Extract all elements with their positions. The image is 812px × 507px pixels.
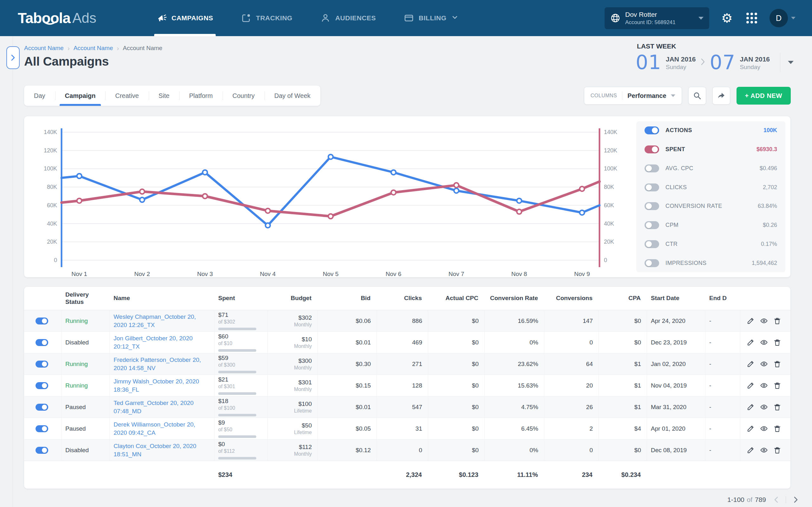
edit-button[interactable]	[747, 425, 755, 433]
delete-button[interactable]	[773, 317, 781, 325]
delete-button[interactable]	[773, 446, 781, 454]
share-button[interactable]	[712, 87, 730, 105]
campaign-name-link[interactable]: Jimmy Walsh_October 20, 2020 18:36_FL	[113, 377, 208, 393]
campaign-toggle[interactable]	[36, 360, 48, 368]
campaign-name-link[interactable]: Ted Garrett_October 20, 2020 07:48_MD	[113, 399, 208, 415]
col-header-cpa[interactable]: CPA	[599, 295, 647, 302]
breadcrumb-link[interactable]: Account Name	[73, 45, 113, 52]
campaign-name-link[interactable]: Frederick Patterson_October 20, 2020 14:…	[113, 356, 208, 372]
svg-text:Nov 6: Nov 6	[386, 271, 402, 277]
sidebar-expand-button[interactable]	[6, 46, 20, 69]
tab-platform[interactable]: Platform	[179, 86, 222, 106]
preview-button[interactable]	[760, 446, 768, 454]
preview-button[interactable]	[760, 338, 768, 346]
metric-toggle[interactable]	[645, 183, 659, 191]
metric-toggle[interactable]	[645, 146, 659, 153]
table-row: RunningFrederick Patterson_October 20, 2…	[24, 353, 791, 375]
date-range-control[interactable]: 01 JAN 2016 Sunday 07 JAN 2016 Sunday	[636, 53, 794, 72]
settings-button[interactable]: ⚙	[720, 11, 734, 25]
dimension-tabs: DayCampaignCreativeSitePlatformCountryDa…	[24, 86, 320, 106]
svg-text:Nov 8: Nov 8	[511, 271, 527, 277]
conversion-rate-cell: 4.75%	[485, 396, 544, 418]
delete-button[interactable]	[773, 360, 781, 368]
delete-button[interactable]	[773, 338, 781, 346]
tab-day[interactable]: Day	[24, 86, 55, 106]
nav-item-tracking[interactable]: TRACKING	[241, 0, 293, 36]
campaign-name-link[interactable]: Clayton Cox_October 20, 2020 18:51_MN	[113, 442, 208, 458]
col-header-name[interactable]: Name	[110, 295, 214, 302]
preview-button[interactable]	[760, 382, 768, 389]
campaign-name-link[interactable]: Derek Williamson_October 20, 2020 09:42_…	[113, 420, 208, 436]
taboola-logo[interactable]: Taboola Ads	[18, 0, 96, 36]
col-header-clicks[interactable]: Clicks	[377, 295, 428, 302]
user-menu[interactable]: D	[769, 9, 796, 27]
campaign-toggle[interactable]	[36, 404, 48, 411]
edit-button[interactable]	[747, 446, 755, 454]
edit-button[interactable]	[747, 317, 755, 325]
metric-toggle[interactable]	[645, 240, 659, 248]
actual-cpc-cell: $0	[428, 332, 485, 353]
col-header-budget[interactable]: Budget	[268, 295, 318, 302]
controls-row: DayCampaignCreativeSitePlatformCountryDa…	[24, 86, 791, 106]
col-header-conversions[interactable]: Conversions	[544, 295, 599, 302]
columns-selector[interactable]: COLUMNS Performance	[584, 87, 682, 105]
next-page-button[interactable]	[791, 495, 801, 504]
breadcrumb-link[interactable]: Account Name	[24, 45, 64, 52]
edit-button[interactable]	[747, 360, 755, 368]
trash-icon	[773, 382, 781, 389]
col-header-actual-cpc[interactable]: Actual CPC	[428, 295, 485, 302]
metric-toggle[interactable]	[645, 164, 659, 172]
col-header-delivery-status[interactable]: Delivery Status	[61, 291, 110, 306]
tab-country[interactable]: Country	[223, 86, 264, 106]
delete-button[interactable]	[773, 425, 781, 433]
tab-day-of-week[interactable]: Day of Week	[264, 86, 320, 106]
delete-button[interactable]	[773, 382, 781, 389]
metric-value: 100K	[763, 127, 777, 134]
metric-toggle[interactable]	[645, 259, 659, 267]
edit-button[interactable]	[747, 338, 755, 346]
tab-creative[interactable]: Creative	[105, 86, 148, 106]
metric-toggle[interactable]	[645, 126, 659, 134]
trash-icon	[773, 425, 781, 433]
tab-campaign[interactable]: Campaign	[55, 86, 106, 106]
search-button[interactable]	[688, 87, 706, 105]
avatar: D	[769, 9, 788, 27]
nav-item-campaigns[interactable]: CAMPAIGNS	[157, 0, 213, 36]
metric-label: IMPRESSIONS	[665, 260, 706, 267]
spent-cell: $60of $10	[214, 332, 268, 353]
nav-item-audiences[interactable]: AUDIENCES	[320, 0, 376, 36]
campaign-toggle[interactable]	[36, 447, 48, 454]
col-header-conversion-rate[interactable]: Conversion Rate	[485, 295, 544, 302]
edit-button[interactable]	[747, 382, 755, 389]
account-selector[interactable]: Dov Rotter Account ID: 5689241	[605, 7, 709, 29]
col-header-end-d[interactable]: End D	[705, 295, 740, 302]
apps-button[interactable]	[745, 11, 759, 25]
campaign-toggle[interactable]	[36, 339, 48, 346]
svg-text:Nov 3: Nov 3	[197, 271, 213, 277]
campaign-toggle[interactable]	[36, 318, 48, 325]
delete-button[interactable]	[773, 403, 781, 411]
campaign-toggle[interactable]	[36, 382, 48, 389]
campaign-name-link[interactable]: Wesley Chapman_October 20, 2020 12:26_TX	[113, 313, 208, 329]
nav-item-billing[interactable]: BILLING	[404, 0, 458, 36]
edit-button[interactable]	[747, 403, 755, 411]
actual-cpc-cell: $0	[428, 418, 485, 439]
svg-text:0: 0	[54, 257, 57, 263]
col-header-start-date[interactable]: Start Date	[647, 295, 705, 302]
clicks-cell: 128	[377, 375, 428, 396]
metric-toggle[interactable]	[645, 202, 659, 210]
tab-site[interactable]: Site	[149, 86, 179, 106]
campaign-toggle[interactable]	[36, 425, 48, 432]
bid-cell: $0.12	[318, 440, 377, 461]
preview-button[interactable]	[760, 360, 768, 368]
col-header-bid[interactable]: Bid	[318, 295, 377, 302]
preview-button[interactable]	[760, 403, 768, 411]
preview-button[interactable]	[760, 317, 768, 325]
campaign-name-link[interactable]: Jon Gilbert_October 20, 2020 20:12_TX	[113, 334, 208, 350]
metric-toggle[interactable]	[645, 221, 659, 229]
preview-button[interactable]	[760, 425, 768, 433]
add-new-button[interactable]: + ADD NEW	[737, 87, 791, 105]
prev-page-button[interactable]	[771, 495, 780, 504]
col-header-spent[interactable]: Spent	[214, 295, 268, 302]
trash-icon	[773, 317, 781, 325]
